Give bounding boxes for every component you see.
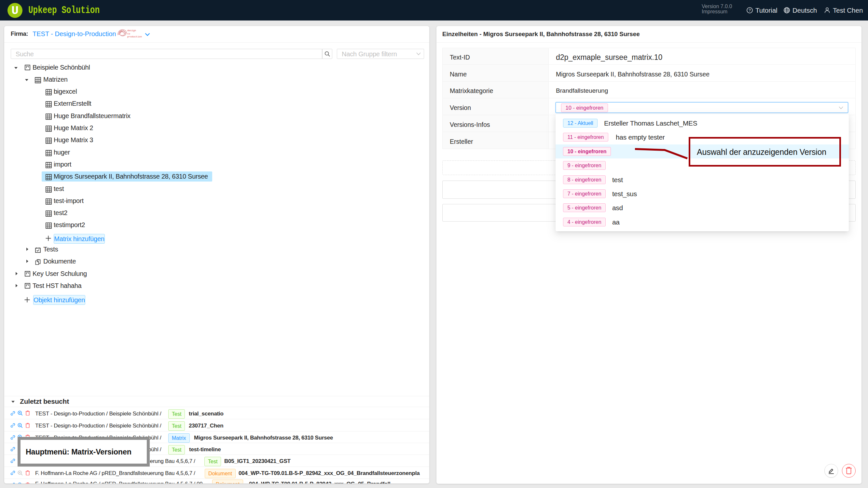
- svg-text:?: ?: [749, 8, 751, 13]
